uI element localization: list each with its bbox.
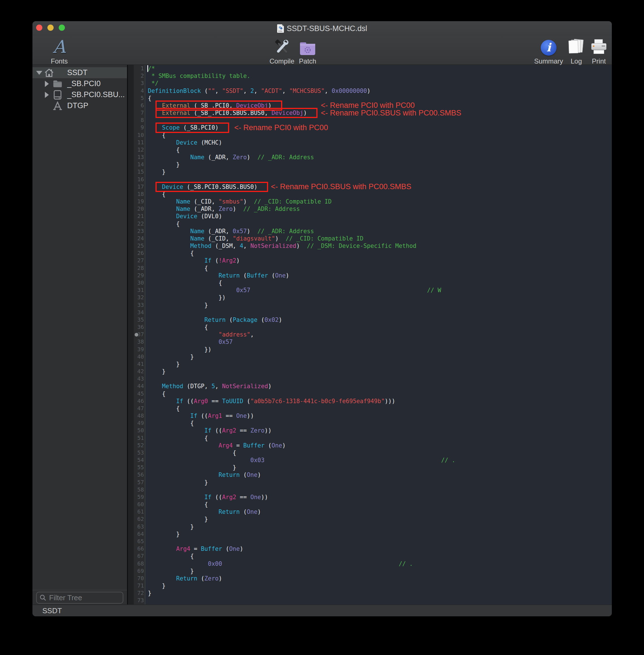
line-number: 66 xyxy=(127,545,144,552)
line-number: 17 xyxy=(127,183,144,190)
line-number: 36 xyxy=(127,323,144,331)
sidebar-item--sb-pci0[interactable]: _SB.PCI0 xyxy=(32,78,127,89)
code-line: If ((Arg2 == Zero)) xyxy=(148,427,612,434)
code-line: If (!Arg2) xyxy=(148,257,612,264)
code-line: { xyxy=(148,220,612,228)
maciasl-window: DSL SSDT-SBUS-MCHC.dsl A Fonts Compile xyxy=(32,21,612,616)
code-line xyxy=(148,486,612,494)
code-line: } xyxy=(148,301,612,309)
fonts-label: Fonts xyxy=(51,57,68,65)
sidebar-item-label: _SB.PCI0.SBU... xyxy=(67,90,125,99)
line-number: 64 xyxy=(127,530,144,538)
line-number: 26 xyxy=(127,250,144,257)
filter-tree-input[interactable] xyxy=(49,593,113,603)
patch-button[interactable]: Patch xyxy=(289,38,326,65)
line-number: 19 xyxy=(127,198,144,205)
print-button[interactable]: Print xyxy=(580,38,612,65)
line-number: 55 xyxy=(127,464,144,471)
code-line: 0x03 // . xyxy=(148,456,612,464)
code-line: } xyxy=(148,516,612,523)
line-number: 71 xyxy=(127,582,144,589)
compile-tools-icon xyxy=(273,38,291,55)
line-number: 53 xyxy=(127,449,144,456)
sidebar-item-label: SSDT xyxy=(67,68,88,77)
line-number: 45 xyxy=(127,390,144,398)
gutter-bookmark-dot[interactable] xyxy=(135,333,138,337)
code-line: Arg4 = Buffer (One) xyxy=(148,545,612,552)
code-line xyxy=(148,375,612,383)
line-number: 54 xyxy=(127,456,144,464)
code-line xyxy=(148,597,612,604)
device-icon xyxy=(53,90,62,100)
line-number: 58 xyxy=(127,486,144,494)
line-number: 43 xyxy=(127,375,144,383)
code-line: } xyxy=(148,479,612,486)
line-number: 48 xyxy=(127,412,144,420)
code-line: Return (Zero) xyxy=(148,575,612,582)
line-number: 30 xyxy=(127,279,144,287)
line-number: 40 xyxy=(127,353,144,361)
line-number: 15 xyxy=(127,168,144,176)
line-number: 63 xyxy=(127,523,144,530)
ssdt-tree: SSDT_SB.PCI0_SB.PCI0.SBU...DTGP xyxy=(32,67,127,111)
sidebar-item-label: _SB.PCI0 xyxy=(67,79,101,88)
search-icon xyxy=(40,594,46,601)
sidebar-item-ssdt[interactable]: SSDT xyxy=(32,67,127,78)
sidebar-item-dtgp[interactable]: DTGP xyxy=(32,100,127,111)
line-number: 27 xyxy=(127,257,144,264)
patch-folder-icon xyxy=(299,42,316,55)
code-line: DefinitionBlock ("", "SSDT", 2, "ACDT", … xyxy=(148,87,612,95)
code-line: * SMBus compatibility table. xyxy=(148,72,612,80)
code-line: Method (_DSM, 4, NotSerialized) // _DSM:… xyxy=(148,242,612,250)
line-number: 68 xyxy=(127,560,144,567)
line-number: 49 xyxy=(127,420,144,427)
line-number: 8 xyxy=(127,117,144,124)
log-label: Log xyxy=(571,57,582,65)
line-number: 61 xyxy=(127,508,144,516)
print-label: Print xyxy=(592,57,606,65)
code-line: */ xyxy=(148,80,612,87)
line-number: 12 xyxy=(127,146,144,154)
chevron-right-icon[interactable] xyxy=(45,92,49,98)
line-number: 2 xyxy=(127,72,144,80)
code-line xyxy=(148,309,612,316)
code-line: { xyxy=(148,434,612,442)
code-line: "address", xyxy=(148,331,612,338)
line-number: 23 xyxy=(127,228,144,235)
code-line: } xyxy=(148,368,612,375)
code-line: Name (_ADR, Zero) // _ADR: Address xyxy=(148,205,612,212)
line-number: 29 xyxy=(127,272,144,279)
code-editor[interactable]: 1234567891011121314151617181920212223242… xyxy=(127,65,612,605)
code-line: { xyxy=(148,265,612,272)
code-line: Return (Buffer (One) xyxy=(148,272,612,279)
code-line: { xyxy=(148,552,612,560)
sidebar-item--sb-pci0-sbu-[interactable]: _SB.PCI0.SBU... xyxy=(32,89,127,100)
line-number: 41 xyxy=(127,361,144,368)
line-number: 25 xyxy=(127,242,144,250)
code-line: } xyxy=(148,582,612,589)
line-number: 18 xyxy=(127,190,144,198)
line-number: 24 xyxy=(127,235,144,242)
code-line: { xyxy=(148,390,612,398)
annotation-text-line-7: <- Rename PCI0.SBUS with PC00.SMBS xyxy=(321,109,461,117)
home-icon xyxy=(44,68,54,77)
titlebar[interactable]: DSL SSDT-SBUS-MCHC.dsl xyxy=(32,21,612,36)
chevron-right-icon[interactable] xyxy=(45,81,49,87)
chevron-down-icon[interactable] xyxy=(36,71,42,75)
fonts-button[interactable]: A Fonts xyxy=(41,38,77,65)
filter-tree-field[interactable] xyxy=(36,592,123,604)
code-line: Method (DTGP, 5, NotSerialized) xyxy=(148,383,612,390)
code-line: /* xyxy=(148,65,612,72)
code-line: Return (One) xyxy=(148,471,612,478)
line-number: 44 xyxy=(127,383,144,390)
code-line: } xyxy=(148,161,612,168)
sidebar: SSDT_SB.PCI0_SB.PCI0.SBU...DTGP xyxy=(32,65,127,605)
code-line: { xyxy=(148,405,612,412)
code-text[interactable]: /* * SMBus compatibility table. */Defini… xyxy=(148,65,612,605)
line-number: 62 xyxy=(127,516,144,523)
line-number: 57 xyxy=(127,479,144,486)
line-number: 35 xyxy=(127,316,144,323)
line-number: 65 xyxy=(127,538,144,545)
line-number: 60 xyxy=(127,501,144,508)
code-line: Name (_ADR, Zero) // _ADR: Address xyxy=(148,154,612,161)
